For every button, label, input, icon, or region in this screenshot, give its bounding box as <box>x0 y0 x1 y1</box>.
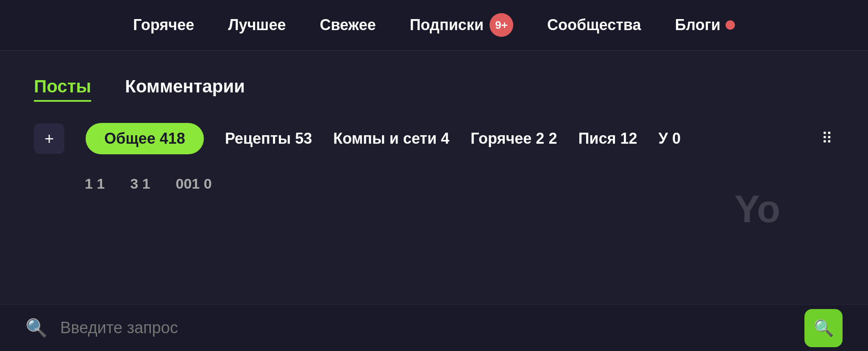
yo-decoration: Yo <box>734 187 780 231</box>
filter-computers[interactable]: Компы и сети 4 <box>333 130 449 148</box>
nav-best[interactable]: Лучшее <box>228 16 286 34</box>
more-filters-button[interactable]: ⠿ <box>821 130 834 148</box>
sub-filter-1[interactable]: 1 1 <box>85 176 105 192</box>
nav-blogs[interactable]: Блоги <box>675 16 734 34</box>
filter-u[interactable]: У 0 <box>659 130 681 148</box>
tab-comments[interactable]: Комментарии <box>125 76 245 102</box>
tab-posts[interactable]: Посты <box>34 76 91 102</box>
tabs-row: Посты Комментарии <box>34 76 834 102</box>
add-filter-button[interactable]: + <box>34 123 64 154</box>
nav-blogs-label: Блоги <box>675 16 720 34</box>
sub-filter-2[interactable]: 3 1 <box>130 176 150 192</box>
search-bar: 🔍 🔍 <box>0 304 868 351</box>
filter-hot[interactable]: Горячее 2 2 <box>470 130 557 148</box>
blogs-notification-dot <box>726 20 735 30</box>
filter-pisya[interactable]: Пися 12 <box>578 130 637 148</box>
search-icon-left: 🔍 <box>25 318 47 338</box>
nav-subscriptions[interactable]: Подписки 9+ <box>410 13 513 37</box>
filter-row: + Общее 418 Рецепты 53 Компы и сети 4 Го… <box>34 123 834 154</box>
nav-fresh[interactable]: Свежее <box>320 16 376 34</box>
nav-hot[interactable]: Горячее <box>133 16 194 34</box>
search-submit-button[interactable]: 🔍 <box>804 309 843 347</box>
search-input[interactable] <box>60 319 804 337</box>
active-filter-chip[interactable]: Общее 418 <box>86 123 204 154</box>
filter-recipes[interactable]: Рецепты 53 <box>225 130 312 148</box>
sub-filter-row: 1 1 3 1 001 0 <box>85 176 834 192</box>
nav-subscriptions-label: Подписки <box>410 16 484 34</box>
sub-filter-3[interactable]: 001 0 <box>176 176 212 192</box>
search-submit-icon: 🔍 <box>814 319 834 337</box>
top-navigation: Горячее Лучшее Свежее Подписки 9+ Сообще… <box>0 0 868 51</box>
subscriptions-badge: 9+ <box>490 13 513 37</box>
nav-communities[interactable]: Сообщества <box>547 16 641 34</box>
